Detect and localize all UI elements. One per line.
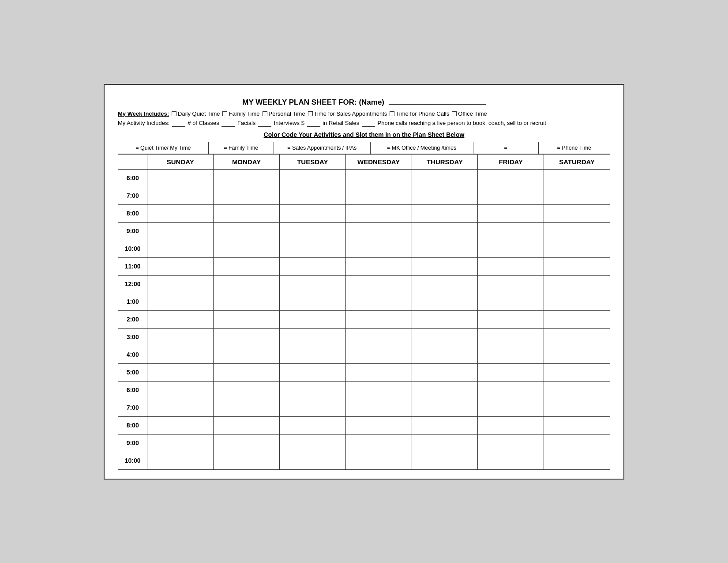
cell-thursday-600[interactable] <box>412 381 478 399</box>
facials-blank[interactable] <box>221 120 235 127</box>
cell-thursday-100[interactable] <box>412 293 478 310</box>
cell-tuesday-1200[interactable] <box>279 275 345 293</box>
cell-saturday-300[interactable] <box>544 328 610 346</box>
cell-monday-500[interactable] <box>214 363 280 381</box>
cell-saturday-1000[interactable] <box>544 452 610 469</box>
checkbox-phone-calls[interactable]: Time for Phone Calls <box>390 110 449 117</box>
cell-thursday-700[interactable] <box>412 399 478 416</box>
cell-friday-200[interactable] <box>478 310 544 328</box>
cell-saturday-900[interactable] <box>544 222 610 240</box>
cell-thursday-1100[interactable] <box>412 257 478 275</box>
cell-tuesday-500[interactable] <box>279 363 345 381</box>
interviews-blank[interactable] <box>258 120 271 127</box>
cell-saturday-100[interactable] <box>544 293 610 310</box>
cb-daily-quiet[interactable] <box>172 111 176 116</box>
cell-sunday-600[interactable] <box>147 381 214 399</box>
cell-sunday-700[interactable] <box>147 187 214 204</box>
cell-monday-800[interactable] <box>214 416 280 434</box>
num-classes-blank[interactable] <box>172 120 185 127</box>
cell-thursday-700[interactable] <box>412 187 478 204</box>
cell-saturday-800[interactable] <box>544 416 610 434</box>
cell-thursday-900[interactable] <box>412 434 478 452</box>
cell-friday-300[interactable] <box>478 328 544 346</box>
cell-sunday-1100[interactable] <box>147 257 214 275</box>
cell-monday-600[interactable] <box>214 169 280 187</box>
cell-friday-800[interactable] <box>478 416 544 434</box>
cell-tuesday-900[interactable] <box>279 222 345 240</box>
cell-tuesday-1000[interactable] <box>279 452 345 469</box>
retail-blank[interactable] <box>307 120 320 127</box>
cell-saturday-800[interactable] <box>544 204 610 222</box>
cell-friday-1000[interactable] <box>478 240 544 257</box>
cell-sunday-1000[interactable] <box>147 240 214 257</box>
cell-saturday-1000[interactable] <box>544 240 610 257</box>
cell-tuesday-200[interactable] <box>279 310 345 328</box>
cell-wednesday-1000[interactable] <box>345 452 412 469</box>
cell-thursday-1200[interactable] <box>412 275 478 293</box>
cell-monday-700[interactable] <box>214 187 280 204</box>
cell-sunday-1200[interactable] <box>147 275 214 293</box>
cell-wednesday-900[interactable] <box>345 434 412 452</box>
phone-blank[interactable] <box>362 120 375 127</box>
cell-friday-700[interactable] <box>478 399 544 416</box>
cell-thursday-800[interactable] <box>412 204 478 222</box>
cell-wednesday-700[interactable] <box>345 187 412 204</box>
cell-monday-300[interactable] <box>214 328 280 346</box>
cell-tuesday-800[interactable] <box>279 204 345 222</box>
cell-sunday-1000[interactable] <box>147 452 214 469</box>
cell-wednesday-800[interactable] <box>345 416 412 434</box>
cell-tuesday-300[interactable] <box>279 328 345 346</box>
checkbox-personal-time[interactable]: Personal Time <box>263 110 305 117</box>
cell-wednesday-100[interactable] <box>345 293 412 310</box>
cell-monday-100[interactable] <box>214 293 280 310</box>
cell-sunday-600[interactable] <box>147 169 214 187</box>
cell-saturday-700[interactable] <box>544 399 610 416</box>
cell-saturday-400[interactable] <box>544 346 610 363</box>
checkbox-sales-appts[interactable]: Time for Sales Appointments <box>308 110 387 117</box>
cell-monday-700[interactable] <box>214 399 280 416</box>
cell-thursday-800[interactable] <box>412 416 478 434</box>
cell-monday-400[interactable] <box>214 346 280 363</box>
cell-friday-800[interactable] <box>478 204 544 222</box>
cell-sunday-500[interactable] <box>147 363 214 381</box>
cell-monday-600[interactable] <box>214 381 280 399</box>
cell-sunday-100[interactable] <box>147 293 214 310</box>
cell-wednesday-200[interactable] <box>345 310 412 328</box>
checkbox-office-time[interactable]: Office Time <box>452 110 487 117</box>
cell-thursday-200[interactable] <box>412 310 478 328</box>
cell-tuesday-600[interactable] <box>279 169 345 187</box>
cell-saturday-900[interactable] <box>544 434 610 452</box>
cb-family-time[interactable] <box>222 111 227 116</box>
cell-tuesday-700[interactable] <box>279 187 345 204</box>
cb-personal-time[interactable] <box>263 111 267 116</box>
cell-sunday-400[interactable] <box>147 346 214 363</box>
cell-tuesday-900[interactable] <box>279 434 345 452</box>
cell-wednesday-800[interactable] <box>345 204 412 222</box>
cell-monday-200[interactable] <box>214 310 280 328</box>
name-underline[interactable] <box>389 104 486 105</box>
cell-monday-1000[interactable] <box>214 452 280 469</box>
cell-sunday-900[interactable] <box>147 434 214 452</box>
cb-phone-calls[interactable] <box>390 111 394 116</box>
cell-monday-1100[interactable] <box>214 257 280 275</box>
cell-saturday-600[interactable] <box>544 169 610 187</box>
cell-tuesday-1100[interactable] <box>279 257 345 275</box>
cell-wednesday-1100[interactable] <box>345 257 412 275</box>
cell-thursday-1000[interactable] <box>412 240 478 257</box>
cell-sunday-900[interactable] <box>147 222 214 240</box>
cell-monday-900[interactable] <box>214 434 280 452</box>
cell-sunday-800[interactable] <box>147 416 214 434</box>
cell-saturday-1100[interactable] <box>544 257 610 275</box>
cell-wednesday-1000[interactable] <box>345 240 412 257</box>
cell-saturday-600[interactable] <box>544 381 610 399</box>
cell-friday-600[interactable] <box>478 381 544 399</box>
cell-wednesday-600[interactable] <box>345 381 412 399</box>
cell-tuesday-100[interactable] <box>279 293 345 310</box>
cell-tuesday-400[interactable] <box>279 346 345 363</box>
cell-thursday-400[interactable] <box>412 346 478 363</box>
cell-monday-1200[interactable] <box>214 275 280 293</box>
cell-thursday-1000[interactable] <box>412 452 478 469</box>
cb-office-time[interactable] <box>452 111 457 116</box>
cell-wednesday-500[interactable] <box>345 363 412 381</box>
cell-saturday-1200[interactable] <box>544 275 610 293</box>
